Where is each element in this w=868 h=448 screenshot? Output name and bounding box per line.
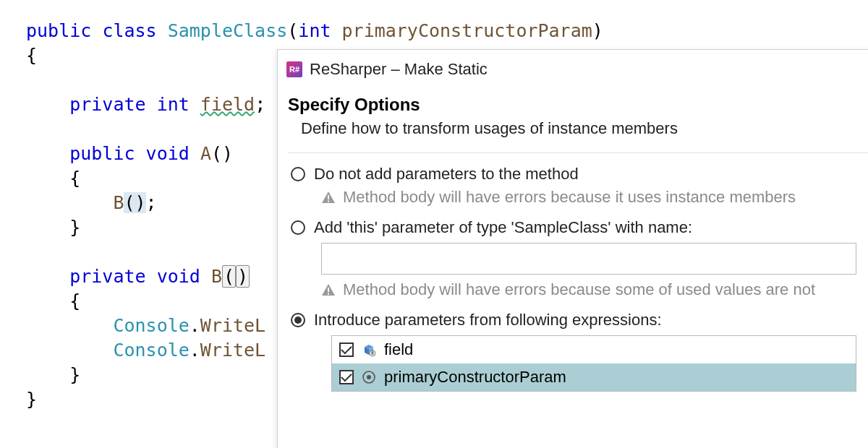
option-add-this[interactable]: Add 'this' parameter of type 'SampleClas… — [288, 214, 868, 238]
option-add-this-warning: Method body will have errors because som… — [288, 277, 868, 306]
option-label: Do not add parameters to the method — [314, 165, 579, 184]
svg-rect-1 — [328, 195, 329, 199]
dialog-heading: Specify Options — [278, 83, 868, 118]
option-introduce-params[interactable]: Introduce parameters from following expr… — [288, 306, 868, 331]
parameter-icon — [361, 369, 377, 385]
svg-rect-4 — [328, 288, 329, 292]
option-no-params-warning: Method body will have errors because it … — [288, 185, 868, 214]
option-label: Introduce parameters from following expr… — [314, 311, 662, 329]
checkbox-icon[interactable] — [339, 343, 354, 357]
option-no-params[interactable]: Do not add parameters to the method — [288, 160, 868, 185]
expression-item-primary-ctor-param[interactable]: primaryConstructorParam — [332, 363, 856, 391]
warning-text: Method body will have errors because som… — [343, 280, 815, 299]
this-param-name-input[interactable] — [321, 243, 856, 275]
svg-rect-5 — [328, 293, 329, 295]
expression-label: primaryConstructorParam — [384, 368, 566, 387]
radio-icon — [291, 220, 305, 235]
expression-label: field — [384, 340, 413, 359]
resharper-icon — [286, 61, 302, 77]
dialog-subheading: Define how to transform usages of instan… — [278, 118, 868, 150]
svg-rect-2 — [328, 201, 329, 202]
warning-text: Method body will have errors because it … — [343, 188, 796, 207]
dialog-title: ReSharper – Make Static — [310, 60, 488, 79]
checkbox-icon[interactable] — [339, 370, 354, 384]
radio-icon — [291, 313, 305, 327]
field-icon — [361, 342, 377, 358]
make-static-dialog: ReSharper – Make Static Specify Options … — [277, 49, 868, 448]
warning-icon — [321, 283, 336, 297]
radio-icon — [291, 167, 305, 181]
svg-point-10 — [367, 375, 371, 379]
options-group: Do not add parameters to the method Meth… — [278, 153, 868, 392]
option-label: Add 'this' parameter of type 'SampleClas… — [314, 218, 692, 237]
expression-item-field[interactable]: field — [332, 336, 856, 363]
expressions-list: field primaryConstructorParam — [331, 335, 856, 392]
dialog-title-bar: ReSharper – Make Static — [278, 50, 868, 83]
warning-icon — [321, 190, 336, 204]
